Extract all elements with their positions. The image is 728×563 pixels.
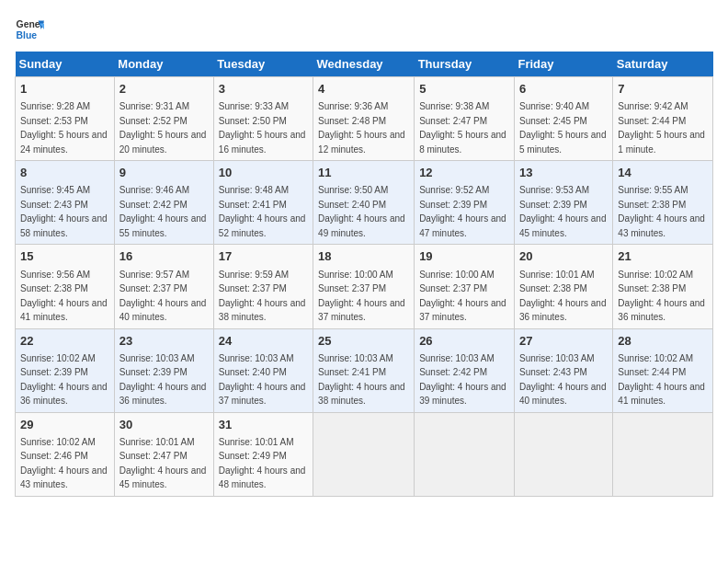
calendar-cell: 8 Sunrise: 9:45 AMSunset: 2:43 PMDayligh… bbox=[16, 161, 115, 245]
day-number: 18 bbox=[318, 248, 409, 265]
day-number: 16 bbox=[119, 248, 209, 265]
calendar-cell: 24 Sunrise: 10:03 AMSunset: 2:40 PMDayli… bbox=[213, 328, 313, 412]
calendar-cell: 6 Sunrise: 9:40 AMSunset: 2:45 PMDayligh… bbox=[514, 77, 612, 161]
day-number: 1 bbox=[20, 81, 109, 98]
day-info: Sunrise: 10:01 AMSunset: 2:47 PMDaylight… bbox=[119, 437, 207, 490]
calendar-week-3: 15 Sunrise: 9:56 AMSunset: 2:38 PMDaylig… bbox=[16, 245, 713, 328]
calendar-cell: 19 Sunrise: 10:00 AMSunset: 2:37 PMDayli… bbox=[415, 245, 515, 328]
day-info: Sunrise: 10:00 AMSunset: 2:37 PMDaylight… bbox=[419, 270, 506, 323]
day-info: Sunrise: 9:57 AMSunset: 2:37 PMDaylight:… bbox=[119, 270, 207, 323]
day-info: Sunrise: 10:02 AMSunset: 2:46 PMDaylight… bbox=[20, 437, 108, 490]
day-number: 10 bbox=[219, 165, 308, 181]
day-number: 15 bbox=[20, 248, 109, 265]
calendar-cell bbox=[514, 412, 612, 496]
calendar-cell bbox=[313, 412, 415, 496]
calendar-cell: 28 Sunrise: 10:02 AMSunset: 2:44 PMDayli… bbox=[613, 328, 713, 412]
logo: General Blue bbox=[15, 15, 44, 44]
day-number: 4 bbox=[318, 81, 409, 98]
day-number: 29 bbox=[20, 417, 109, 433]
logo-icon: General Blue bbox=[15, 15, 44, 44]
day-number: 8 bbox=[20, 165, 109, 181]
calendar-week-2: 8 Sunrise: 9:45 AMSunset: 2:43 PMDayligh… bbox=[16, 161, 713, 245]
day-info: Sunrise: 10:03 AMSunset: 2:40 PMDaylight… bbox=[219, 353, 306, 407]
day-info: Sunrise: 9:46 AMSunset: 2:42 PMDaylight:… bbox=[119, 185, 207, 238]
col-header-monday: Monday bbox=[114, 52, 213, 77]
calendar-cell: 9 Sunrise: 9:46 AMSunset: 2:42 PMDayligh… bbox=[114, 161, 213, 245]
calendar-cell bbox=[613, 412, 713, 496]
day-number: 5 bbox=[419, 81, 509, 98]
day-info: Sunrise: 9:45 AMSunset: 2:43 PMDaylight:… bbox=[20, 185, 108, 238]
day-number: 19 bbox=[419, 248, 509, 265]
day-info: Sunrise: 10:02 AMSunset: 2:39 PMDaylight… bbox=[20, 353, 108, 407]
day-number: 28 bbox=[618, 333, 708, 350]
calendar-cell: 26 Sunrise: 10:03 AMSunset: 2:42 PMDayli… bbox=[415, 328, 515, 412]
day-info: Sunrise: 10:03 AMSunset: 2:41 PMDaylight… bbox=[318, 353, 405, 407]
day-number: 22 bbox=[20, 333, 109, 350]
col-header-sunday: Sunday bbox=[16, 52, 115, 77]
calendar-cell: 27 Sunrise: 10:03 AMSunset: 2:43 PMDayli… bbox=[514, 328, 612, 412]
calendar-cell: 11 Sunrise: 9:50 AMSunset: 2:40 PMDaylig… bbox=[313, 161, 415, 245]
calendar-cell: 2 Sunrise: 9:31 AMSunset: 2:52 PMDayligh… bbox=[114, 77, 213, 161]
calendar-cell: 30 Sunrise: 10:01 AMSunset: 2:47 PMDayli… bbox=[114, 412, 213, 496]
day-info: Sunrise: 10:03 AMSunset: 2:39 PMDaylight… bbox=[119, 353, 207, 407]
day-number: 23 bbox=[119, 333, 209, 350]
day-number: 2 bbox=[119, 81, 209, 98]
day-info: Sunrise: 9:56 AMSunset: 2:38 PMDaylight:… bbox=[20, 270, 108, 323]
day-number: 11 bbox=[318, 165, 409, 181]
col-header-tuesday: Tuesday bbox=[213, 52, 313, 77]
calendar-cell: 16 Sunrise: 9:57 AMSunset: 2:37 PMDaylig… bbox=[114, 245, 213, 328]
day-info: Sunrise: 9:48 AMSunset: 2:41 PMDaylight:… bbox=[219, 185, 306, 238]
day-info: Sunrise: 9:50 AMSunset: 2:40 PMDaylight:… bbox=[318, 185, 405, 238]
calendar-header-row: SundayMondayTuesdayWednesdayThursdayFrid… bbox=[16, 52, 713, 77]
col-header-friday: Friday bbox=[514, 52, 612, 77]
day-info: Sunrise: 9:42 AMSunset: 2:44 PMDaylight:… bbox=[618, 101, 705, 155]
day-info: Sunrise: 10:02 AMSunset: 2:38 PMDaylight… bbox=[618, 270, 705, 323]
calendar-cell: 7 Sunrise: 9:42 AMSunset: 2:44 PMDayligh… bbox=[613, 77, 713, 161]
col-header-wednesday: Wednesday bbox=[313, 52, 415, 77]
day-info: Sunrise: 9:59 AMSunset: 2:37 PMDaylight:… bbox=[219, 270, 306, 323]
day-number: 24 bbox=[219, 333, 308, 350]
day-number: 6 bbox=[519, 81, 608, 98]
calendar-week-4: 22 Sunrise: 10:02 AMSunset: 2:39 PMDayli… bbox=[16, 328, 713, 412]
calendar-cell: 10 Sunrise: 9:48 AMSunset: 2:41 PMDaylig… bbox=[213, 161, 313, 245]
calendar-cell: 17 Sunrise: 9:59 AMSunset: 2:37 PMDaylig… bbox=[213, 245, 313, 328]
calendar-cell: 31 Sunrise: 10:01 AMSunset: 2:49 PMDayli… bbox=[213, 412, 313, 496]
day-number: 30 bbox=[119, 417, 209, 433]
day-number: 3 bbox=[219, 81, 308, 98]
day-info: Sunrise: 9:55 AMSunset: 2:38 PMDaylight:… bbox=[618, 185, 705, 238]
calendar-cell: 5 Sunrise: 9:38 AMSunset: 2:47 PMDayligh… bbox=[415, 77, 515, 161]
day-info: Sunrise: 9:52 AMSunset: 2:39 PMDaylight:… bbox=[419, 185, 506, 238]
calendar-cell: 3 Sunrise: 9:33 AMSunset: 2:50 PMDayligh… bbox=[213, 77, 313, 161]
calendar-week-1: 1 Sunrise: 9:28 AMSunset: 2:53 PMDayligh… bbox=[16, 77, 713, 161]
calendar-cell bbox=[415, 412, 515, 496]
day-number: 27 bbox=[519, 333, 608, 350]
day-info: Sunrise: 10:02 AMSunset: 2:44 PMDaylight… bbox=[618, 353, 705, 407]
day-number: 14 bbox=[618, 165, 708, 181]
day-info: Sunrise: 10:01 AMSunset: 2:49 PMDaylight… bbox=[219, 437, 306, 490]
day-number: 20 bbox=[519, 248, 608, 265]
calendar-cell: 20 Sunrise: 10:01 AMSunset: 2:38 PMDayli… bbox=[514, 245, 612, 328]
calendar-cell: 22 Sunrise: 10:02 AMSunset: 2:39 PMDayli… bbox=[16, 328, 115, 412]
day-info: Sunrise: 9:38 AMSunset: 2:47 PMDaylight:… bbox=[419, 101, 506, 155]
day-number: 17 bbox=[219, 248, 308, 265]
calendar-week-5: 29 Sunrise: 10:02 AMSunset: 2:46 PMDayli… bbox=[16, 412, 713, 496]
day-number: 13 bbox=[519, 165, 608, 181]
day-info: Sunrise: 9:31 AMSunset: 2:52 PMDaylight:… bbox=[119, 101, 207, 155]
calendar-cell: 1 Sunrise: 9:28 AMSunset: 2:53 PMDayligh… bbox=[16, 77, 115, 161]
day-info: Sunrise: 10:03 AMSunset: 2:43 PMDaylight… bbox=[519, 353, 607, 407]
calendar-cell: 15 Sunrise: 9:56 AMSunset: 2:38 PMDaylig… bbox=[16, 245, 115, 328]
calendar-cell: 4 Sunrise: 9:36 AMSunset: 2:48 PMDayligh… bbox=[313, 77, 415, 161]
calendar-cell: 13 Sunrise: 9:53 AMSunset: 2:39 PMDaylig… bbox=[514, 161, 612, 245]
day-number: 21 bbox=[618, 248, 708, 265]
day-info: Sunrise: 10:01 AMSunset: 2:38 PMDaylight… bbox=[519, 270, 607, 323]
day-number: 9 bbox=[119, 165, 209, 181]
calendar-table: SundayMondayTuesdayWednesdayThursdayFrid… bbox=[15, 52, 713, 497]
day-number: 26 bbox=[419, 333, 509, 350]
day-number: 31 bbox=[219, 417, 308, 433]
col-header-thursday: Thursday bbox=[415, 52, 515, 77]
day-number: 7 bbox=[618, 81, 708, 98]
day-number: 25 bbox=[318, 333, 409, 350]
day-info: Sunrise: 10:00 AMSunset: 2:37 PMDaylight… bbox=[318, 270, 405, 323]
day-info: Sunrise: 9:40 AMSunset: 2:45 PMDaylight:… bbox=[519, 101, 607, 155]
day-number: 12 bbox=[419, 165, 509, 181]
